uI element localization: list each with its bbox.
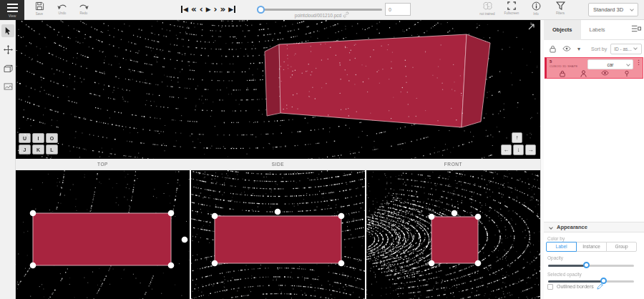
tab-objects[interactable]: Objects [544,20,581,40]
view-mode-select[interactable]: Standard 3D [588,3,638,16]
view-mode-value: Standard 3D [593,6,623,13]
sort-order-value: ID - as... [614,46,632,52]
front-projection-panel[interactable] [366,170,540,299]
cuboid-annotation[interactable] [16,20,540,159]
ai-model-button[interactable]: not trained [475,1,499,19]
objects-toolbar: ▾ Sort by ID - as... [544,41,644,56]
frame-timeline-slider[interactable] [260,9,382,11]
resize-handle[interactable] [338,213,345,220]
pencil-icon[interactable] [597,283,603,290]
outlined-borders-checkbox[interactable] [547,284,553,290]
object-shape-type: CUBOID 3D SHAPE [550,64,577,68]
key-j[interactable]: J [19,144,31,155]
object-lock-button[interactable] [560,70,565,77]
arrow-up-key[interactable]: ↑ [512,132,522,143]
object-pin-button[interactable] [624,70,630,77]
resize-handle[interactable] [168,210,175,217]
object-class-select[interactable]: car [587,59,633,69]
pan-tool-button[interactable] [1,43,14,56]
redo-icon [79,1,89,10]
expand-view-button[interactable] [525,22,537,34]
color-by-segmented-control: Label Instance Group [546,242,637,252]
side-view-label: SIDE [191,162,365,167]
object-author-button[interactable] [580,70,587,77]
rotate-handle[interactable] [275,209,281,215]
fast-backward-icon: « [191,4,197,14]
redo-button[interactable]: Redo [73,1,94,19]
filters-button[interactable]: Filters [548,1,572,19]
resize-handle[interactable] [30,210,36,217]
main-3d-viewport[interactable]: U I O J K L ↑ ← ↓ → [16,20,540,159]
resize-handle[interactable] [338,260,345,267]
object-visibility-button[interactable] [601,70,609,77]
main-menu-button[interactable]: View [0,0,24,20]
skip-to-end-button[interactable]: ▶ [228,2,236,16]
top-projection-panel[interactable] [16,170,190,299]
save-icon [35,1,44,11]
fast-forward-icon: » [220,4,226,14]
lock-all-button[interactable] [550,45,556,53]
outlined-borders-option[interactable]: Outlined borders [547,283,603,290]
arrow-right-key[interactable]: → [525,144,536,155]
undo-button[interactable]: Undo [52,1,73,19]
step-backward-button[interactable]: ‹ [199,2,204,16]
select-tool-button[interactable] [1,24,14,37]
photo-context-tool-button[interactable] [1,80,14,93]
tab-labels[interactable]: Labels [581,20,614,40]
resize-handle[interactable] [212,213,218,220]
resize-handle[interactable] [30,263,36,269]
play-button[interactable]: ▶ [205,2,212,16]
key-u[interactable]: U [19,133,31,143]
info-button[interactable]: Info [524,1,548,19]
opacity-slider-handle[interactable] [583,262,590,268]
link-icon [343,11,349,18]
opacity-slider[interactable] [548,263,634,269]
key-l[interactable]: L [46,144,58,155]
color-by-instance-option[interactable]: Instance [576,242,607,252]
resize-handle[interactable] [475,260,482,267]
fast-backward-button[interactable]: « [190,2,197,16]
frame-number-input[interactable] [385,3,411,16]
top-toolbar: View Save Undo Redo ◀ « ‹ ▶ › » ▶ pointc… [0,0,644,20]
resize-handle[interactable] [429,214,435,220]
lock-icon [550,45,556,53]
sort-order-select[interactable]: ID - as... [610,44,642,54]
front-view-annotation[interactable] [366,170,540,299]
step-forward-button[interactable]: › [213,2,218,16]
object-row-selected[interactable]: 5 CUBOID 3D SHAPE car ⋮ [545,57,643,79]
color-by-label-option[interactable]: Label [546,242,577,252]
fast-forward-button[interactable]: » [220,2,227,16]
image-icon [4,83,13,90]
cuboid-tool-button[interactable] [1,62,14,74]
expand-all-button[interactable]: ▾ [577,46,580,52]
appearance-section-header[interactable]: Appearance [544,222,644,232]
key-o[interactable]: O [46,133,58,143]
filename: pointcloud/001210.pcd [250,11,394,18]
lock-icon [560,70,565,77]
arrow-down-key[interactable]: ↓ [513,144,524,155]
eye-icon [601,70,609,76]
panel-settings-button[interactable] [631,24,641,35]
key-k[interactable]: K [32,144,44,155]
resize-handle[interactable] [475,214,482,220]
skip-to-start-button[interactable]: ◀ [180,2,189,16]
side-view-annotation[interactable] [191,170,365,299]
resize-handle[interactable] [212,260,218,267]
visibility-all-button[interactable] [562,46,571,52]
right-sidebar: Objects Labels ▾ Sort by ID - as... 5 CU… [544,20,644,299]
color-by-group-option[interactable]: Group [606,242,637,252]
arrow-left-key[interactable]: ← [501,144,512,155]
opacity-label: Opacity [547,255,563,260]
resize-handle[interactable] [168,263,175,269]
fullscreen-button[interactable]: Fullscreen [499,1,524,19]
object-menu-button[interactable]: ⋮ [635,59,642,66]
top-view-annotation[interactable] [16,170,190,299]
resize-handle[interactable] [429,260,435,267]
rotate-handle[interactable] [452,210,458,217]
side-projection-panel[interactable] [191,170,365,299]
save-button[interactable]: Save [29,1,50,19]
cuboid-icon [4,64,13,72]
skip-end-icon: ▶ [228,6,235,13]
rotate-handle[interactable] [182,237,188,243]
key-i[interactable]: I [32,133,44,143]
